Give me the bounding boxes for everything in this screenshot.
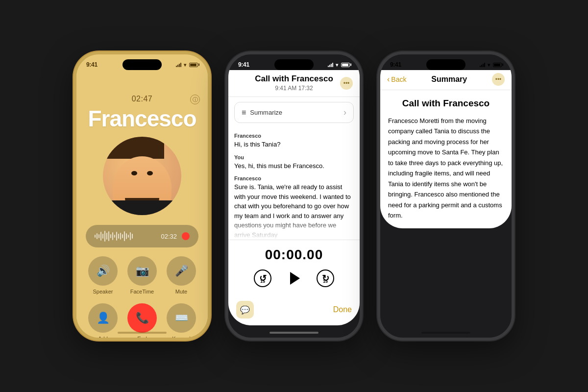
memoji-eyes <box>131 171 153 175</box>
status-icons-2: ▾ <box>328 62 350 68</box>
summary-more-button[interactable]: ••• <box>492 73 505 86</box>
call-duration: 02:47 <box>132 95 153 103</box>
transcript-title: Call with Francesco <box>236 74 352 84</box>
controls-row-2: 👤 Add 📞 End ⌨️ Keypad <box>88 303 196 341</box>
summary-nav: ‹ Back Summary ••• <box>380 70 512 90</box>
speaker-3-label: Francesco <box>234 175 354 181</box>
status-icons-3: ▾ <box>480 62 502 68</box>
memoji-hair <box>103 137 164 159</box>
playback-controls: 15 15 <box>254 268 334 289</box>
transcript-footer: 💬 Done <box>228 296 360 325</box>
home-indicator-2 <box>270 332 318 334</box>
call-screen: ⓘ 02:47 Francesco <box>76 70 208 341</box>
chat-icon-button[interactable]: 💬 <box>236 301 254 318</box>
playback-section: 00:00.00 15 15 <box>228 240 360 296</box>
back-label: Back <box>391 75 406 83</box>
summary-content: Call with Francesco Francesco Moretti fr… <box>380 90 512 228</box>
status-time-2: 9:41 <box>238 61 249 68</box>
signal-icon-1 <box>176 62 181 67</box>
mute-button[interactable]: 🎤 Mute <box>167 256 196 294</box>
play-icon <box>290 272 300 285</box>
transcript-more-button[interactable]: ••• <box>340 77 353 90</box>
back-chevron-icon: ‹ <box>387 75 390 84</box>
dynamic-island-3 <box>426 59 466 70</box>
waveform-time: 02:32 <box>161 233 177 240</box>
transcript-line-1: Hi, is this Tania? <box>234 140 354 149</box>
phone-2: 9:41 ▾ Call with Francesco 9:41 AM 17:32… <box>225 51 363 341</box>
play-button[interactable] <box>283 268 305 289</box>
wifi-icon-1: ▾ <box>184 62 186 68</box>
dynamic-island-2 <box>274 59 314 70</box>
phones-container: 9:41 ▾ ⓘ 02:47 Francesco <box>64 42 524 350</box>
keypad-button[interactable]: ⌨️ Keypad <box>167 303 196 341</box>
battery-icon-2 <box>341 63 350 67</box>
memoji-shirt <box>108 200 176 215</box>
controls-row-1: 🔊 Speaker 📷 FaceTime 🎤 Mute <box>88 256 196 294</box>
transcript-line-3: Sure is. Tania, we're all ready to assis… <box>234 182 354 240</box>
end-call-button[interactable]: 📞 End <box>127 303 157 341</box>
facetime-button[interactable]: 📷 FaceTime <box>127 256 157 294</box>
skip-forward-button[interactable]: 15 <box>317 270 334 287</box>
summarize-button[interactable]: ≡ Summarize <box>234 102 354 123</box>
speaker-2-label: You <box>234 154 354 160</box>
summary-title: Call with Francesco <box>388 98 504 109</box>
speaker-1-label: Francesco <box>234 133 354 139</box>
transcript-subtitle: 9:41 AM 17:32 <box>236 85 352 92</box>
dynamic-island-1 <box>122 59 162 70</box>
caller-name: Francesco <box>88 105 196 132</box>
waveform-container: 02:32 <box>86 225 198 247</box>
done-button[interactable]: Done <box>333 305 352 314</box>
summary-text: Francesco Moretti from the moving compan… <box>388 116 504 220</box>
transcript-header: Call with Francesco 9:41 AM 17:32 ••• <box>228 70 360 97</box>
wifi-icon-2: ▾ <box>336 62 338 68</box>
waveform <box>95 231 156 242</box>
skip-back-button[interactable]: 15 <box>254 270 271 287</box>
record-indicator <box>182 232 190 240</box>
home-indicator-1 <box>118 332 167 334</box>
summarize-icon: ≡ <box>242 108 246 117</box>
phone-1: 9:41 ▾ ⓘ 02:47 Francesco <box>74 51 211 341</box>
transcript-content: Francesco Hi, is this Tania? You Yes, hi… <box>228 128 360 240</box>
playback-timer: 00:00.00 <box>265 247 323 263</box>
chevron-right-icon <box>343 107 346 118</box>
home-indicator-3 <box>421 332 470 334</box>
phone-3: 9:41 ▾ ‹ Back Summary ••• <box>377 51 514 341</box>
speaker-button[interactable]: 🔊 Speaker <box>88 256 118 294</box>
summarize-label: Summarize <box>250 109 282 116</box>
info-button[interactable]: ⓘ <box>190 95 200 104</box>
signal-icon-3 <box>480 62 485 67</box>
status-icons-1: ▾ <box>176 62 198 68</box>
signal-icon-2 <box>328 62 333 67</box>
transcript-line-2: Yes, hi, this must be Francesco. <box>234 161 354 171</box>
status-time-1: 9:41 <box>86 61 98 68</box>
battery-icon-1 <box>189 63 198 67</box>
wifi-icon-3: ▾ <box>488 62 490 68</box>
transcript-screen: Call with Francesco 9:41 AM 17:32 ••• ≡ … <box>228 70 360 325</box>
memoji-face <box>103 137 181 215</box>
summary-nav-title: Summary <box>431 75 467 84</box>
battery-icon-3 <box>493 63 502 67</box>
avatar <box>103 137 181 215</box>
add-button[interactable]: 👤 Add <box>88 303 118 341</box>
summary-screen: ‹ Back Summary ••• Call with Francesco F… <box>380 70 512 228</box>
status-time-3: 9:41 <box>390 61 401 68</box>
back-button[interactable]: ‹ Back <box>387 75 406 84</box>
